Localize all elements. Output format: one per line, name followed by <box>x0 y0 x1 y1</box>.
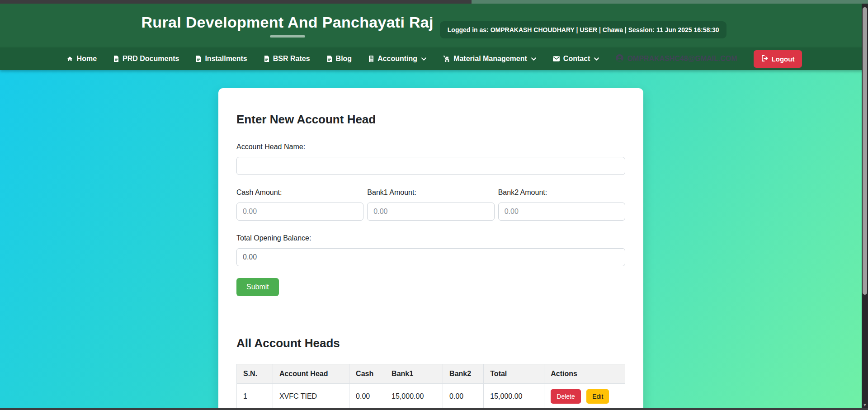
logout-label: Logout <box>772 55 795 63</box>
nav-item-label: Material Management <box>453 55 527 63</box>
nav-item-label: BSR Rates <box>273 55 310 63</box>
col-header-total: Total <box>484 364 544 384</box>
form-heading: Enter New Account Head <box>236 113 625 127</box>
home-icon <box>66 55 74 62</box>
total-opening-balance-label: Total Opening Balance: <box>236 234 625 242</box>
window-bottom-border <box>0 408 868 410</box>
col-header-account-head: Account Head <box>273 364 349 384</box>
section-divider <box>236 318 625 318</box>
logout-button[interactable]: Logout <box>754 50 802 68</box>
cell-bank1: 15,000.00 <box>385 384 443 410</box>
page-background: Enter New Account Head Account Head Name… <box>0 70 862 410</box>
cell-cash: 0.00 <box>349 384 385 410</box>
cell-actions: Delete Edit <box>544 384 625 410</box>
nav-item-contact[interactable]: Contact <box>552 55 599 63</box>
site-title-block: Rural Development And Panchayati Raj <box>142 14 434 38</box>
nav-item-label: Home <box>77 55 97 63</box>
chevron-down-icon <box>531 57 536 61</box>
main-navbar: Home PRD Documents Installments BSR Rate… <box>0 47 868 70</box>
title-underline <box>270 35 305 38</box>
account-head-name-input[interactable] <box>236 157 625 175</box>
cell-bank2: 0.00 <box>443 384 484 410</box>
cell-sn: 1 <box>237 384 273 410</box>
col-header-cash: Cash <box>349 364 385 384</box>
vertical-scrollbar[interactable]: ▼ <box>862 4 868 410</box>
table-heading: All Account Heads <box>236 336 625 350</box>
nav-item-label: Blog <box>336 55 352 63</box>
window-top-border-accent <box>472 0 868 4</box>
table-header-row: S.N. Account Head Cash Bank1 Bank2 Total… <box>237 364 625 384</box>
nav-item-home[interactable]: Home <box>66 55 97 63</box>
nav-item-prd-documents[interactable]: PRD Documents <box>113 55 179 63</box>
account-head-name-label: Account Head Name: <box>236 143 625 151</box>
table-row: 1 XVFC TIED 0.00 15,000.00 0.00 15,000.0… <box>237 384 625 410</box>
envelope-icon <box>552 56 560 62</box>
nav-item-blog[interactable]: Blog <box>326 55 352 63</box>
nav-item-label: PRD Documents <box>123 55 179 63</box>
user-circle-icon <box>615 54 624 64</box>
nav-item-installments[interactable]: Installments <box>195 55 247 63</box>
cell-total: 15,000.00 <box>484 384 544 410</box>
session-badge: Logged in as: OMPRAKASH CHOUDHARY | USER… <box>440 21 727 38</box>
cash-amount-label: Cash Amount: <box>236 189 363 197</box>
nav-item-label: Installments <box>205 55 247 63</box>
document-icon <box>264 55 270 62</box>
bank1-amount-input[interactable] <box>367 203 494 221</box>
nav-item-material-management[interactable]: Material Management <box>443 55 536 63</box>
account-head-card: Enter New Account Head Account Head Name… <box>218 88 643 410</box>
dolly-icon <box>443 55 450 62</box>
scrollbar-down-arrow[interactable]: ▼ <box>862 403 868 407</box>
col-header-sn: S.N. <box>237 364 273 384</box>
bank1-amount-label: Bank1 Amount: <box>367 189 494 197</box>
cash-amount-input[interactable] <box>236 203 363 221</box>
nav-item-accounting[interactable]: Accounting <box>368 55 426 63</box>
total-opening-balance-input[interactable] <box>236 248 625 266</box>
nav-item-label: Accounting <box>377 55 417 63</box>
delete-button[interactable]: Delete <box>551 389 580 404</box>
nav-item-label: Contact <box>563 55 590 63</box>
window-top-border <box>0 0 868 4</box>
site-header: Rural Development And Panchayati Raj Log… <box>0 4 868 47</box>
account-heads-table: S.N. Account Head Cash Bank1 Bank2 Total… <box>236 364 625 410</box>
nav-item-bsr-rates[interactable]: BSR Rates <box>264 55 310 63</box>
page: Rural Development And Panchayati Raj Log… <box>0 4 868 410</box>
logout-icon <box>761 55 768 63</box>
user-email-label: OMPRAKASHC48@GMAIL.COM <box>627 55 737 63</box>
scrollbar-thumb[interactable] <box>863 7 867 295</box>
col-header-actions: Actions <box>544 364 625 384</box>
calculator-icon <box>368 55 374 62</box>
edit-button[interactable]: Edit <box>586 389 609 404</box>
document-icon <box>113 55 119 62</box>
page-title: Rural Development And Panchayati Raj <box>142 14 434 31</box>
col-header-bank2: Bank2 <box>443 364 484 384</box>
chevron-down-icon <box>594 57 599 61</box>
bank2-amount-label: Bank2 Amount: <box>498 189 625 197</box>
chevron-down-icon <box>421 57 426 61</box>
cell-account-head: XVFC TIED <box>273 384 349 410</box>
submit-button[interactable]: Submit <box>236 278 279 296</box>
col-header-bank1: Bank1 <box>385 364 443 384</box>
document-icon <box>326 55 333 62</box>
document-icon <box>195 55 202 62</box>
user-email-link[interactable]: OMPRAKASHC48@GMAIL.COM <box>615 54 737 64</box>
bank2-amount-input[interactable] <box>498 203 625 221</box>
